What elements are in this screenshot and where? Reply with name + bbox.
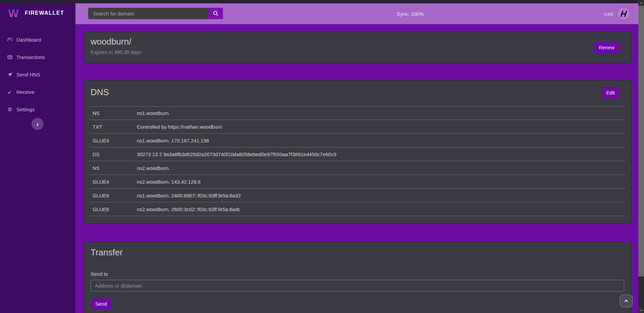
dns-record-value: ns1.woodburn. bbox=[137, 110, 626, 116]
transfer-card: Transfer Send to Send bbox=[84, 242, 631, 313]
dns-record-type: NS bbox=[89, 110, 137, 116]
gauge-icon bbox=[7, 37, 13, 43]
sidebar: W FIREWALLET Dashboard Transactions bbox=[0, 0, 75, 313]
dns-record-row[interactable]: NS ns2.woodburn. bbox=[89, 161, 626, 175]
topbar-right: cold H bbox=[603, 3, 630, 24]
scrollbar-down-arrow-icon[interactable]: ▼ bbox=[638, 308, 644, 313]
dns-record-row[interactable]: GLUE6 ns1.woodburn. 2400:8907::f03c:93ff… bbox=[89, 189, 626, 202]
dns-records-table: NS ns1.woodburn. TXT Controlled by https… bbox=[89, 106, 626, 216]
dns-record-value: 30273 13 2 9a3a8fb3d625d2a2073d740f10da6… bbox=[137, 151, 626, 157]
arrow-down-left-icon: ↙ bbox=[7, 89, 13, 95]
paper-plane-icon bbox=[7, 71, 13, 78]
table-icon bbox=[7, 54, 13, 60]
sidebar-item-settings[interactable]: ⚙ Settings bbox=[0, 101, 75, 118]
wallet-name-label: cold bbox=[603, 11, 613, 17]
dns-record-type: GLUE4 bbox=[89, 179, 137, 185]
dns-record-row[interactable]: GLUE4 ns2.woodburn. 143.42.128.6 bbox=[89, 175, 626, 189]
sidebar-nav: Dashboard Transactions Send HNS ↙ Receiv… bbox=[0, 31, 75, 118]
domain-search bbox=[88, 8, 223, 19]
svg-text:W: W bbox=[8, 7, 19, 19]
scrollbar-up-arrow-icon[interactable]: ▲ bbox=[638, 0, 644, 5]
dns-record-value: ns1.woodburn. 2400:8907::f03c:93ff:fe5a:… bbox=[137, 193, 626, 198]
app-logo[interactable]: W FIREWALLET bbox=[0, 0, 75, 23]
sidebar-item-label: Dashboard bbox=[16, 37, 41, 43]
chevron-left-icon: ‹ bbox=[37, 121, 39, 127]
sidebar-item-label: Settings bbox=[16, 107, 35, 112]
scroll-to-top-button[interactable] bbox=[620, 295, 633, 307]
topbar: Sync: 100% cold H bbox=[75, 3, 638, 24]
domain-name-title: woodburn/ bbox=[91, 37, 624, 47]
sidebar-collapse-button[interactable]: ‹ bbox=[32, 118, 44, 130]
dns-record-value: ns2.woodburn. 2600:3c02::f03c:93ff:fe5a:… bbox=[137, 206, 626, 212]
sidebar-item-label: Receive bbox=[16, 89, 35, 95]
renew-button[interactable]: Renew bbox=[594, 42, 620, 53]
dns-record-row[interactable]: GLUE4 ns1.woodburn. 170.187.241.138 bbox=[89, 134, 626, 147]
window-top-strip bbox=[0, 0, 644, 3]
dns-record-row[interactable]: TXT Controlled by https://nathan.woodbur… bbox=[89, 120, 626, 134]
firewallet-logo-icon: W bbox=[6, 7, 21, 19]
scrollbar-thumb[interactable] bbox=[638, 6, 644, 276]
sidebar-item-send-hns[interactable]: Send HNS bbox=[0, 66, 75, 83]
domain-header-card: woodburn/ Expires in 395.35 days Renew bbox=[84, 32, 631, 63]
main-content: woodburn/ Expires in 395.35 days Renew D… bbox=[75, 24, 638, 313]
app-title: FIREWALLET bbox=[25, 10, 64, 16]
sidebar-item-dashboard[interactable]: Dashboard bbox=[0, 31, 75, 48]
search-button[interactable] bbox=[208, 8, 223, 19]
sync-status: Sync: 100% bbox=[397, 3, 424, 24]
sidebar-item-label: Send HNS bbox=[16, 72, 40, 77]
dns-record-value: Controlled by https://nathan.woodburn bbox=[137, 124, 626, 130]
dns-card: DNS Edit NS ns1.woodburn. TXT Controlled… bbox=[84, 80, 631, 224]
app-window: W FIREWALLET Dashboard Transactions bbox=[0, 0, 644, 313]
search-input[interactable] bbox=[88, 8, 208, 19]
dns-record-type: GLUE6 bbox=[89, 206, 137, 212]
handshake-logo-icon[interactable]: H bbox=[617, 7, 630, 20]
send-to-label: Send to bbox=[91, 271, 624, 277]
domain-expiry-text: Expires in 395.35 days bbox=[91, 49, 624, 55]
dns-title: DNS bbox=[91, 87, 109, 98]
dns-record-value: ns1.woodburn. 170.187.241.138 bbox=[137, 138, 626, 143]
edit-dns-button[interactable]: Edit bbox=[601, 87, 620, 98]
sidebar-item-label: Transactions bbox=[16, 54, 45, 60]
dns-record-row[interactable]: NS ns1.woodburn. bbox=[89, 106, 626, 120]
transfer-address-input[interactable] bbox=[91, 280, 624, 292]
dns-record-value: ns2.woodburn. bbox=[137, 165, 626, 171]
transfer-title: Transfer bbox=[91, 247, 624, 258]
send-button[interactable]: Send bbox=[91, 298, 112, 309]
dns-record-type: GLUE4 bbox=[89, 138, 137, 143]
dns-record-type: DS bbox=[89, 151, 137, 157]
dns-record-row[interactable]: DS 30273 13 2 9a3a8fb3d625d2a2073d740f10… bbox=[89, 147, 626, 161]
dns-record-value: ns2.woodburn. 143.42.128.6 bbox=[137, 179, 626, 185]
dns-record-type: NS bbox=[89, 165, 137, 171]
chevron-up-icon bbox=[624, 298, 629, 304]
dns-record-type: TXT bbox=[89, 124, 137, 130]
dns-record-type: GLUE6 bbox=[89, 193, 137, 198]
sidebar-item-receive[interactable]: ↙ Receive bbox=[0, 83, 75, 101]
gear-icon: ⚙ bbox=[7, 106, 13, 113]
vertical-scrollbar[interactable]: ▲ ▼ bbox=[638, 0, 644, 313]
dns-record-row[interactable]: GLUE6 ns2.woodburn. 2600:3c02::f03c:93ff… bbox=[89, 202, 626, 216]
sidebar-item-transactions[interactable]: Transactions bbox=[0, 48, 75, 66]
search-icon bbox=[213, 10, 219, 16]
